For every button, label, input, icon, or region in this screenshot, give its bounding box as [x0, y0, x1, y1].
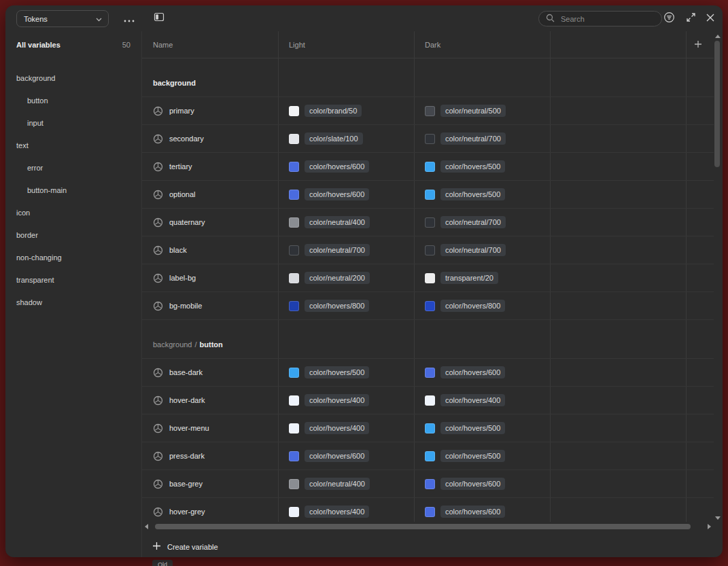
variable-dark-value[interactable]: color/hovers/600	[414, 498, 550, 522]
horizontal-scrollbar[interactable]	[143, 522, 713, 531]
variable-name-cell[interactable]: black	[142, 236, 278, 264]
token-chip[interactable]: color/neutral/700	[305, 244, 370, 256]
variable-dark-value[interactable]: color/hovers/600	[414, 359, 550, 386]
variable-name-cell[interactable]: optional	[142, 181, 278, 208]
empty-mode-cell[interactable]	[550, 97, 686, 124]
sidebar-item-background[interactable]: background	[5, 67, 141, 89]
variable-dark-value[interactable]: color/neutral/700	[414, 236, 550, 264]
empty-mode-cell[interactable]	[550, 236, 686, 264]
variable-dark-value[interactable]: color/hovers/600	[414, 470, 550, 497]
variable-name-cell[interactable]: tertiary	[142, 153, 278, 180]
variable-name-cell[interactable]: secondary	[142, 125, 278, 152]
token-chip[interactable]: color/neutral/500	[440, 105, 506, 117]
sidebar-item-icon[interactable]: icon	[5, 201, 141, 224]
variable-light-value[interactable]: color/neutral/400	[278, 470, 414, 497]
variable-light-value[interactable]: color/hovers/500	[278, 359, 414, 386]
variable-light-value[interactable]: color/neutral/400	[278, 209, 414, 236]
collection-dropdown[interactable]: Tokens	[16, 10, 109, 27]
variable-dark-value[interactable]: color/hovers/400	[414, 387, 550, 414]
sidebar-item-non-changing[interactable]: non-changing	[5, 246, 141, 268]
empty-mode-cell[interactable]	[550, 264, 686, 291]
token-chip[interactable]: color/hovers/600	[440, 506, 505, 518]
vertical-scrollbar-thumb[interactable]	[714, 41, 720, 167]
variable-dark-value[interactable]: color/neutral/700	[414, 209, 550, 236]
sidebar-item-input[interactable]: input	[5, 111, 141, 134]
token-chip[interactable]: color/hovers/800	[440, 300, 505, 312]
sidebar-item-all-variables[interactable]: All variables 50	[16, 41, 131, 49]
empty-mode-cell[interactable]	[550, 209, 686, 236]
close-button[interactable]	[702, 10, 718, 26]
token-chip[interactable]: color/hovers/400	[305, 422, 369, 434]
empty-mode-cell[interactable]	[550, 153, 686, 180]
variable-name-cell[interactable]: hover-menu	[142, 414, 278, 442]
token-chip[interactable]: transparent/20	[440, 272, 498, 284]
variable-dark-value[interactable]: color/hovers/800	[414, 292, 550, 319]
token-chip[interactable]: color/neutral/400	[305, 216, 370, 228]
add-mode-button[interactable]	[690, 37, 706, 53]
token-chip[interactable]: color/hovers/500	[440, 422, 505, 434]
scroll-down-arrow[interactable]	[715, 516, 721, 520]
scroll-left-arrow[interactable]	[145, 524, 148, 529]
variable-light-value[interactable]: color/slate/100	[278, 125, 414, 152]
more-options-button[interactable]	[121, 14, 137, 24]
token-chip[interactable]: color/neutral/700	[440, 132, 506, 145]
empty-mode-cell[interactable]	[550, 292, 686, 319]
token-chip[interactable]: color/neutral/400	[305, 478, 370, 490]
token-chip[interactable]: color/hovers/400	[440, 394, 505, 406]
search-box[interactable]	[538, 11, 662, 26]
empty-mode-cell[interactable]	[550, 359, 686, 386]
sidebar-item-border[interactable]: border	[5, 224, 141, 246]
vertical-scrollbar[interactable]	[713, 33, 721, 522]
sidebar-item-error[interactable]: error	[5, 156, 141, 179]
toggle-sidebar-button[interactable]	[152, 12, 166, 24]
variable-dark-value[interactable]: color/hovers/500	[414, 153, 550, 180]
token-chip[interactable]: color/hovers/400	[305, 394, 369, 406]
scroll-right-arrow[interactable]	[708, 524, 711, 529]
token-chip[interactable]: color/hovers/600	[305, 188, 369, 200]
token-chip[interactable]: color/hovers/500	[440, 450, 505, 462]
scroll-up-arrow[interactable]	[715, 35, 721, 38]
token-chip[interactable]: color/hovers/600	[305, 450, 369, 462]
variable-dark-value[interactable]: color/neutral/700	[414, 125, 550, 152]
variable-name-cell[interactable]: bg-mobile	[142, 292, 278, 319]
search-input[interactable]	[559, 14, 655, 24]
variable-name-cell[interactable]: press-dark	[142, 442, 278, 470]
token-chip[interactable]: color/neutral/700	[440, 216, 506, 228]
create-variable-button[interactable]: Create variable	[152, 540, 218, 554]
variable-light-value[interactable]: color/hovers/600	[278, 153, 414, 180]
token-chip[interactable]: color/hovers/500	[305, 366, 369, 378]
token-chip[interactable]: color/hovers/600	[440, 366, 505, 378]
empty-mode-cell[interactable]	[550, 498, 686, 522]
variable-name-cell[interactable]: base-grey	[142, 470, 278, 497]
empty-mode-cell[interactable]	[550, 181, 686, 208]
empty-mode-cell[interactable]	[550, 442, 686, 470]
token-chip[interactable]: color/hovers/600	[305, 160, 369, 173]
variable-light-value[interactable]: color/neutral/200	[278, 264, 414, 291]
variable-name-cell[interactable]: base-dark	[142, 359, 278, 386]
variable-name-cell[interactable]: label-bg	[142, 264, 278, 291]
variable-light-value[interactable]: color/hovers/600	[278, 442, 414, 470]
variable-name-cell[interactable]: primary	[142, 97, 278, 124]
sidebar-item-shadow[interactable]: shadow	[5, 291, 141, 313]
sidebar-item-button-main[interactable]: button-main	[5, 179, 141, 201]
token-chip[interactable]: color/hovers/600	[440, 478, 505, 490]
sidebar-item-text[interactable]: text	[5, 134, 141, 156]
token-chip[interactable]: color/hovers/500	[440, 160, 505, 173]
token-chip[interactable]: color/neutral/700	[440, 244, 506, 256]
sidebar-item-button[interactable]: button	[5, 89, 141, 111]
variable-dark-value[interactable]: color/neutral/500	[414, 97, 550, 124]
canvas-frame-label[interactable]: Old	[152, 560, 173, 566]
variable-name-cell[interactable]: hover-grey	[142, 498, 278, 522]
variable-light-value[interactable]: color/hovers/400	[278, 498, 414, 522]
variable-dark-value[interactable]: color/hovers/500	[414, 442, 550, 470]
token-chip[interactable]: color/hovers/800	[305, 300, 369, 312]
horizontal-scrollbar-thumb[interactable]	[155, 524, 691, 529]
variable-dark-value[interactable]: transparent/20	[414, 264, 550, 291]
sidebar-item-transparent[interactable]: transparent	[5, 268, 141, 291]
empty-mode-cell[interactable]	[550, 125, 686, 152]
token-chip[interactable]: color/neutral/200	[305, 272, 370, 284]
token-chip[interactable]: color/hovers/500	[440, 188, 505, 200]
empty-mode-cell[interactable]	[550, 470, 686, 497]
variable-name-cell[interactable]: quaternary	[142, 209, 278, 236]
variable-name-cell[interactable]: hover-dark	[142, 387, 278, 414]
